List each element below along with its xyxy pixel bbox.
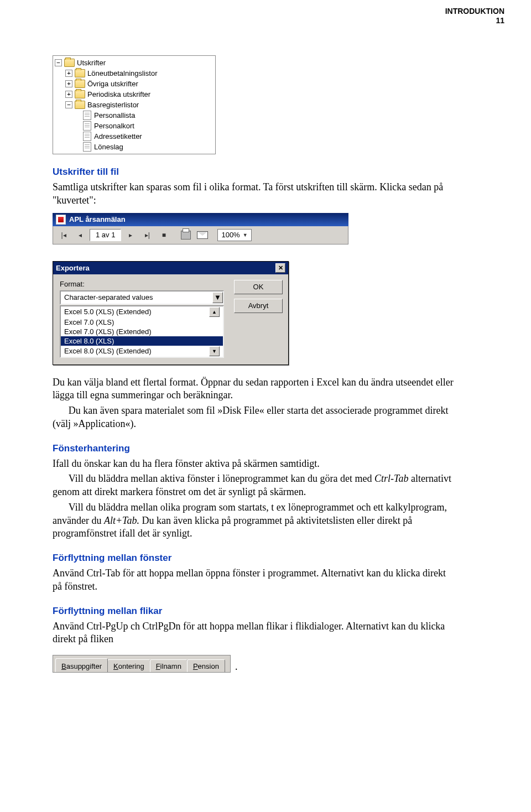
collapse-icon[interactable]: − <box>65 101 72 108</box>
collapse-icon[interactable]: − <box>55 59 62 66</box>
zoom-select[interactable]: 100% ▼ <box>217 229 251 241</box>
list-item-label: Excel 8.0 (XLS) (Extended) <box>64 347 152 355</box>
section-heading: Utskrifter till fil <box>53 166 456 178</box>
cancel-button[interactable]: Avbryt <box>234 299 283 313</box>
tree-label: Periodiska utskrifter <box>87 90 150 98</box>
envelope-icon <box>197 231 208 239</box>
tree-item[interactable]: + Övriga utskrifter <box>55 79 215 89</box>
tree-label: Löneutbetalningslistor <box>87 69 157 77</box>
chevron-down-icon: ▼ <box>212 292 223 303</box>
window-title: APL årsanmälan <box>69 215 126 223</box>
body-text: Samtliga utskrifter kan sparas som fil i… <box>53 181 456 207</box>
section-heading: Förflyttning mellan fönster <box>53 553 456 564</box>
expand-icon[interactable]: + <box>65 91 72 98</box>
tree-label: Utskrifter <box>77 59 106 67</box>
folder-icon <box>64 59 75 67</box>
tree-item[interactable]: + Löneutbetalningslistor <box>55 68 215 79</box>
tree-label: Personallista <box>94 111 135 119</box>
button-label: Avbryt <box>248 301 269 310</box>
viewer-toolbar: |◂ ◂ 1 av 1 ▸ ▸| ■ 100% ▼ <box>53 226 348 244</box>
document-icon <box>83 111 91 120</box>
document-icon <box>83 121 91 131</box>
next-page-button[interactable]: ▸ <box>123 228 138 242</box>
dialog-title: Exportera <box>56 264 90 272</box>
format-label: Format: <box>60 280 224 288</box>
list-item-label: Excel 5.0 (XLS) (Extended) <box>64 308 152 316</box>
export-button[interactable] <box>195 228 210 242</box>
tab-kontering[interactable]: Kontering <box>107 659 150 672</box>
tree-item[interactable]: Adressetiketter <box>55 131 215 142</box>
last-page-button[interactable]: ▸| <box>140 228 154 242</box>
list-item[interactable]: Excel 5.0 (XLS) (Extended) ▲ <box>61 306 223 317</box>
print-button[interactable] <box>179 228 193 242</box>
page-indicator-text: 1 av 1 <box>96 231 115 239</box>
zoom-value: 100% <box>221 231 240 239</box>
stop-button[interactable]: ■ <box>157 228 171 242</box>
first-page-button[interactable]: |◂ <box>56 228 71 242</box>
list-item[interactable]: Excel 8.0 (XLS) (Extended) ▼ <box>61 346 223 357</box>
page-indicator: 1 av 1 <box>90 229 121 241</box>
tree-item[interactable]: Löneslag <box>55 142 215 152</box>
tree-label: Övriga utskrifter <box>87 80 138 88</box>
list-item-label: Excel 7.0 (XLS) (Extended) <box>64 327 152 336</box>
format-combobox[interactable]: Character-separated values ▼ <box>60 290 224 305</box>
body-text: Du kan välja bland ett flertal format. Ö… <box>53 376 456 403</box>
tab-filnamn[interactable]: Filnamn <box>150 659 188 672</box>
tab-label: ontering <box>118 662 144 670</box>
scroll-up-icon[interactable]: ▲ <box>209 307 220 317</box>
tab-strip: Basuppgifter Kontering Filnamn Pension <box>53 655 231 673</box>
combobox-value: Character-separated values <box>64 293 153 301</box>
tree-item-utskrifter[interactable]: − Utskrifter <box>55 58 215 68</box>
format-listbox[interactable]: Excel 5.0 (XLS) (Extended) ▲ Excel 7.0 (… <box>60 305 224 358</box>
section-heading: Förflyttning mellan flikar <box>53 606 456 617</box>
expand-icon[interactable]: + <box>65 70 72 77</box>
body-text: . <box>235 661 238 673</box>
tree-label: Basregisterlistor <box>87 101 139 109</box>
body-text: Vill du bläddra mellan aktiva fönster i … <box>53 472 456 499</box>
list-item-label: Excel 7.0 (XLS) <box>64 318 114 326</box>
tab-label: ilnamn <box>160 662 181 670</box>
tree-label: Personalkort <box>94 122 134 130</box>
prev-page-button[interactable]: ◂ <box>73 228 87 242</box>
folder-icon <box>75 80 85 88</box>
doc-title: INTRODUKTION <box>445 7 504 16</box>
body-text: Använd Ctrl-Tab för att hoppa mellan öpp… <box>53 567 456 594</box>
folder-icon <box>75 69 85 77</box>
dialog-titlebar: Exportera ✕ <box>53 262 288 274</box>
tree-item[interactable]: + Periodiska utskrifter <box>55 89 215 100</box>
tree-label: Adressetiketter <box>94 132 142 140</box>
tree-view[interactable]: − Utskrifter + Löneutbetalningslistor + … <box>53 55 216 154</box>
tree-item[interactable]: − Basregisterlistor <box>55 100 215 110</box>
tab-basuppgifter[interactable]: Basuppgifter <box>55 658 108 672</box>
list-item[interactable]: Excel 7.0 (XLS) (Extended) <box>61 327 223 336</box>
tab-label: ension <box>198 662 219 670</box>
list-item[interactable]: Excel 7.0 (XLS) <box>61 317 223 327</box>
close-button[interactable]: ✕ <box>275 263 285 273</box>
printer-icon <box>181 231 191 240</box>
app-icon <box>56 215 66 225</box>
list-item-label: Excel 8.0 (XLS) <box>64 337 114 345</box>
button-label: OK <box>253 283 264 291</box>
document-icon <box>83 132 91 141</box>
body-text: Använd Ctrl-PgUp ch CtrlPgDn för att hop… <box>53 620 456 647</box>
list-item-selected[interactable]: Excel 8.0 (XLS) <box>61 336 223 346</box>
expand-icon[interactable]: + <box>65 80 72 87</box>
section-heading: Fönsterhantering <box>53 443 456 454</box>
body-text: Du kan även spara materialet som fil »Di… <box>53 404 456 431</box>
tab-label: asuppgifter <box>66 662 102 670</box>
report-viewer: APL årsanmälan |◂ ◂ 1 av 1 ▸ ▸| ■ 100% ▼ <box>53 213 348 244</box>
document-icon <box>83 142 91 152</box>
tree-label: Löneslag <box>94 143 123 151</box>
folder-icon <box>75 90 85 98</box>
tree-item[interactable]: Personallista <box>55 110 215 121</box>
page-number: 11 <box>445 16 504 25</box>
export-dialog: Exportera ✕ Format: Character-separated … <box>53 261 289 365</box>
folder-icon <box>75 101 85 109</box>
body-text: Ifall du önskar kan du ha flera fönster … <box>53 457 456 471</box>
window-titlebar: APL årsanmälan <box>53 213 348 226</box>
tree-item[interactable]: Personalkort <box>55 121 215 131</box>
scroll-down-icon[interactable]: ▼ <box>209 346 220 356</box>
ok-button[interactable]: OK <box>234 280 283 294</box>
tab-pension[interactable]: Pension <box>187 659 225 672</box>
chevron-down-icon: ▼ <box>241 232 248 238</box>
